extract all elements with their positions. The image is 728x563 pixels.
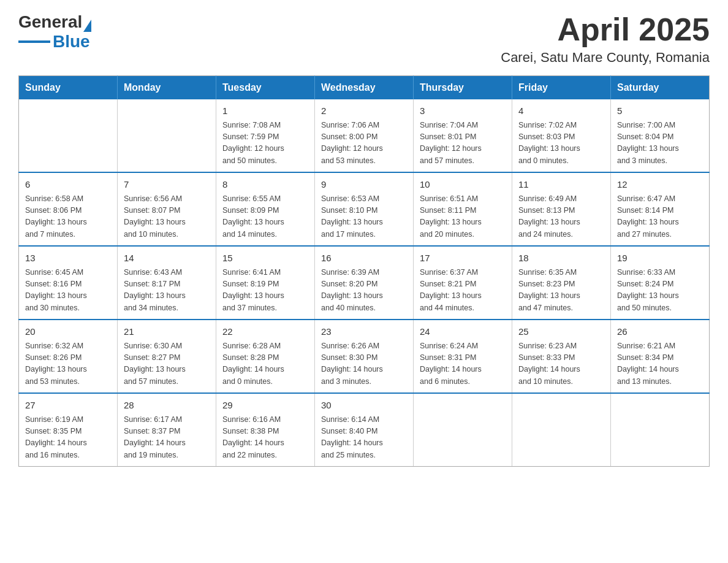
logo-text-blue: Blue (53, 32, 90, 52)
day-info: Sunrise: 7:00 AM Sunset: 8:04 PM Dayligh… (617, 120, 703, 167)
day-info: Sunrise: 6:32 AM Sunset: 8:26 PM Dayligh… (25, 340, 111, 388)
day-number: 5 (617, 104, 703, 118)
day-info: Sunrise: 6:37 AM Sunset: 8:21 PM Dayligh… (420, 267, 506, 315)
calendar-body: 1Sunrise: 7:08 AM Sunset: 7:59 PM Daylig… (19, 99, 710, 467)
day-number: 27 (25, 399, 111, 413)
weekday-header-thursday: Thursday (414, 76, 512, 100)
day-number: 8 (222, 178, 308, 192)
calendar-week-1: 6Sunrise: 6:58 AM Sunset: 8:06 PM Daylig… (19, 172, 710, 246)
title-block: April 2025 Carei, Satu Mare County, Roma… (501, 12, 710, 66)
calendar-cell: 19Sunrise: 6:33 AM Sunset: 8:24 PM Dayli… (611, 246, 710, 320)
page-title: April 2025 (501, 12, 710, 47)
day-info: Sunrise: 6:33 AM Sunset: 8:24 PM Dayligh… (617, 267, 703, 315)
day-info: Sunrise: 6:39 AM Sunset: 8:20 PM Dayligh… (321, 267, 407, 315)
weekday-header-tuesday: Tuesday (216, 76, 315, 100)
weekday-header-friday: Friday (512, 76, 611, 100)
calendar-cell: 25Sunrise: 6:23 AM Sunset: 8:33 PM Dayli… (512, 320, 611, 393)
day-number: 13 (25, 251, 111, 266)
page-subtitle: Carei, Satu Mare County, Romania (501, 50, 710, 66)
day-info: Sunrise: 6:21 AM Sunset: 8:34 PM Dayligh… (617, 340, 703, 388)
day-number: 30 (321, 399, 407, 413)
day-number: 24 (420, 325, 506, 339)
calendar-cell: 4Sunrise: 7:02 AM Sunset: 8:03 PM Daylig… (512, 99, 611, 172)
weekday-header-monday: Monday (118, 76, 216, 100)
day-info: Sunrise: 7:06 AM Sunset: 8:00 PM Dayligh… (321, 120, 407, 167)
calendar-cell: 2Sunrise: 7:06 AM Sunset: 8:00 PM Daylig… (315, 99, 414, 172)
calendar-cell (512, 393, 611, 467)
day-info: Sunrise: 6:35 AM Sunset: 8:23 PM Dayligh… (518, 267, 604, 315)
day-number: 6 (25, 178, 111, 192)
day-info: Sunrise: 6:49 AM Sunset: 8:13 PM Dayligh… (518, 193, 604, 241)
calendar-cell: 3Sunrise: 7:04 AM Sunset: 8:01 PM Daylig… (414, 99, 512, 172)
day-number: 25 (518, 325, 604, 339)
calendar-cell: 18Sunrise: 6:35 AM Sunset: 8:23 PM Dayli… (512, 246, 611, 320)
calendar-cell: 12Sunrise: 6:47 AM Sunset: 8:14 PM Dayli… (611, 172, 710, 246)
day-number: 22 (222, 325, 308, 339)
calendar-cell: 7Sunrise: 6:56 AM Sunset: 8:07 PM Daylig… (118, 172, 216, 246)
day-number: 14 (124, 251, 210, 266)
calendar-cell: 5Sunrise: 7:00 AM Sunset: 8:04 PM Daylig… (611, 99, 710, 172)
calendar-cell: 28Sunrise: 6:17 AM Sunset: 8:37 PM Dayli… (118, 393, 216, 467)
calendar-cell: 24Sunrise: 6:24 AM Sunset: 8:31 PM Dayli… (414, 320, 512, 393)
page-header: General Blue April 2025 Carei, Satu Mare… (18, 12, 710, 66)
day-number: 15 (222, 251, 308, 266)
calendar-cell: 17Sunrise: 6:37 AM Sunset: 8:21 PM Dayli… (414, 246, 512, 320)
day-info: Sunrise: 6:26 AM Sunset: 8:30 PM Dayligh… (321, 340, 407, 388)
calendar-week-4: 27Sunrise: 6:19 AM Sunset: 8:35 PM Dayli… (19, 393, 710, 467)
day-number: 11 (518, 178, 604, 192)
day-info: Sunrise: 6:24 AM Sunset: 8:31 PM Dayligh… (420, 340, 506, 388)
day-number: 1 (222, 104, 308, 118)
calendar-cell: 22Sunrise: 6:28 AM Sunset: 8:28 PM Dayli… (216, 320, 315, 393)
calendar-cell: 9Sunrise: 6:53 AM Sunset: 8:10 PM Daylig… (315, 172, 414, 246)
day-number: 29 (222, 399, 308, 413)
day-number: 16 (321, 251, 407, 266)
calendar-cell: 20Sunrise: 6:32 AM Sunset: 8:26 PM Dayli… (19, 320, 118, 393)
day-number: 4 (518, 104, 604, 118)
calendar-cell: 11Sunrise: 6:49 AM Sunset: 8:13 PM Dayli… (512, 172, 611, 246)
day-number: 20 (25, 325, 111, 339)
day-number: 28 (124, 399, 210, 413)
weekday-header-sunday: Sunday (19, 76, 118, 100)
day-info: Sunrise: 6:16 AM Sunset: 8:38 PM Dayligh… (222, 414, 308, 462)
calendar-cell: 14Sunrise: 6:43 AM Sunset: 8:17 PM Dayli… (118, 246, 216, 320)
calendar-cell: 23Sunrise: 6:26 AM Sunset: 8:30 PM Dayli… (315, 320, 414, 393)
calendar-cell (118, 99, 216, 172)
day-number: 7 (124, 178, 210, 192)
calendar-cell: 26Sunrise: 6:21 AM Sunset: 8:34 PM Dayli… (611, 320, 710, 393)
day-info: Sunrise: 6:56 AM Sunset: 8:07 PM Dayligh… (124, 193, 210, 241)
day-info: Sunrise: 6:23 AM Sunset: 8:33 PM Dayligh… (518, 340, 604, 388)
day-number: 10 (420, 178, 506, 192)
day-info: Sunrise: 6:28 AM Sunset: 8:28 PM Dayligh… (222, 340, 308, 388)
day-info: Sunrise: 7:08 AM Sunset: 7:59 PM Dayligh… (222, 120, 308, 167)
day-info: Sunrise: 7:02 AM Sunset: 8:03 PM Dayligh… (518, 120, 604, 167)
day-info: Sunrise: 6:53 AM Sunset: 8:10 PM Dayligh… (321, 193, 407, 241)
day-info: Sunrise: 6:55 AM Sunset: 8:09 PM Dayligh… (222, 193, 308, 241)
day-number: 3 (420, 104, 506, 118)
day-number: 9 (321, 178, 407, 192)
calendar-cell: 29Sunrise: 6:16 AM Sunset: 8:38 PM Dayli… (216, 393, 315, 467)
logo-text-general: General (18, 12, 82, 32)
day-info: Sunrise: 6:41 AM Sunset: 8:19 PM Dayligh… (222, 267, 308, 315)
logo: General Blue (18, 12, 91, 52)
day-number: 12 (617, 178, 703, 192)
calendar-cell: 6Sunrise: 6:58 AM Sunset: 8:06 PM Daylig… (19, 172, 118, 246)
day-info: Sunrise: 6:51 AM Sunset: 8:11 PM Dayligh… (420, 193, 506, 241)
day-number: 19 (617, 251, 703, 266)
calendar-week-2: 13Sunrise: 6:45 AM Sunset: 8:16 PM Dayli… (19, 246, 710, 320)
day-number: 18 (518, 251, 604, 266)
day-number: 17 (420, 251, 506, 266)
calendar-cell: 8Sunrise: 6:55 AM Sunset: 8:09 PM Daylig… (216, 172, 315, 246)
calendar-week-3: 20Sunrise: 6:32 AM Sunset: 8:26 PM Dayli… (19, 320, 710, 393)
calendar-cell: 13Sunrise: 6:45 AM Sunset: 8:16 PM Dayli… (19, 246, 118, 320)
calendar-header: SundayMondayTuesdayWednesdayThursdayFrid… (19, 76, 710, 100)
day-info: Sunrise: 6:19 AM Sunset: 8:35 PM Dayligh… (25, 414, 111, 462)
calendar-cell (414, 393, 512, 467)
day-info: Sunrise: 6:58 AM Sunset: 8:06 PM Dayligh… (25, 193, 111, 241)
calendar-week-0: 1Sunrise: 7:08 AM Sunset: 7:59 PM Daylig… (19, 99, 710, 172)
calendar-cell: 21Sunrise: 6:30 AM Sunset: 8:27 PM Dayli… (118, 320, 216, 393)
day-number: 23 (321, 325, 407, 339)
day-info: Sunrise: 6:17 AM Sunset: 8:37 PM Dayligh… (124, 414, 210, 462)
weekday-header-wednesday: Wednesday (315, 76, 414, 100)
calendar-cell: 27Sunrise: 6:19 AM Sunset: 8:35 PM Dayli… (19, 393, 118, 467)
day-info: Sunrise: 6:45 AM Sunset: 8:16 PM Dayligh… (25, 267, 111, 315)
